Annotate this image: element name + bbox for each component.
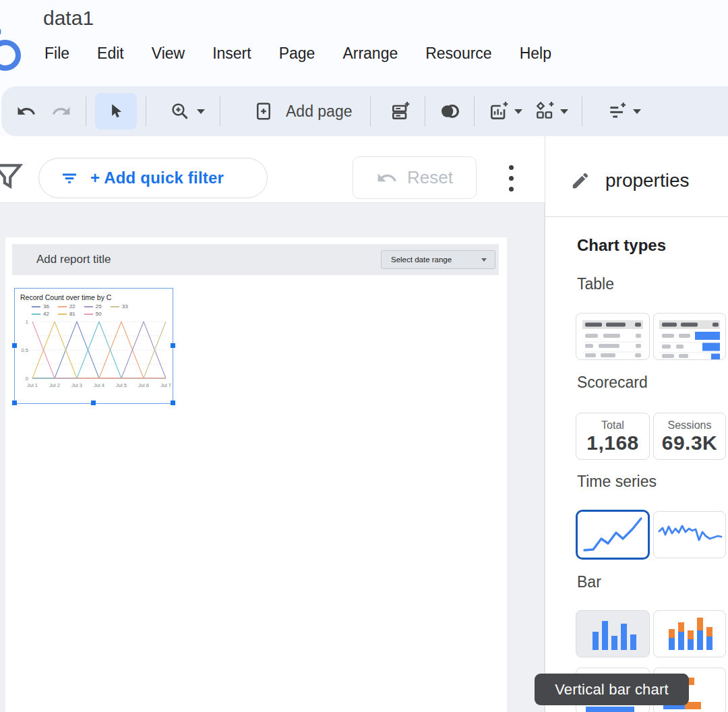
menu-edit[interactable]: Edit (97, 44, 124, 63)
menu-view[interactable]: View (152, 44, 185, 63)
selection-handle-bottom-right[interactable] (171, 400, 175, 405)
kebab-dot (509, 187, 514, 191)
legend-item: 81 (58, 311, 75, 317)
legend-label: 42 (43, 311, 49, 317)
section-label-table: Table (577, 275, 614, 293)
selection-handle-right[interactable] (171, 343, 175, 348)
add-page-button[interactable] (248, 94, 279, 129)
menu-arrange[interactable]: Arrange (342, 44, 398, 63)
menu-insert[interactable]: Insert (212, 44, 251, 63)
mini-chart-plot: 10.50Jul 1Jul 2Jul 3Jul 4Jul 5Jul 6Jul 7 (16, 318, 171, 398)
add-control-button[interactable] (529, 94, 560, 129)
add-control-dropdown-caret[interactable] (560, 109, 568, 114)
chart-type-vertical-bar[interactable] (576, 610, 650, 657)
menu-file[interactable]: File (44, 44, 69, 63)
svg-text:Jul 3: Jul 3 (71, 382, 82, 388)
menu-page[interactable]: Page (279, 44, 315, 63)
menu-help[interactable]: Help (520, 44, 551, 63)
mini-chart-title: Record Count over time by C (20, 293, 173, 301)
chart-type-scorecard-total[interactable]: Total 1,168 (576, 413, 650, 460)
legend-label: 22 (69, 303, 75, 309)
legend-label: 33 (122, 303, 128, 309)
table-with-bars-icon (654, 314, 725, 359)
svg-text:Jul 4: Jul 4 (94, 382, 104, 388)
add-data-icon (390, 100, 411, 122)
selection-handle-bottom-center[interactable] (91, 400, 96, 405)
select-tool-button[interactable] (95, 93, 137, 129)
report-title-placeholder[interactable]: Add report title (36, 253, 111, 266)
selection-handle-left[interactable] (12, 343, 17, 348)
zoom-dropdown-caret[interactable] (197, 109, 205, 114)
quick-filter-bar: + Add quick filter Reset (0, 136, 545, 203)
chart-type-table-with-bars[interactable] (653, 313, 726, 360)
svg-text:Jul 1: Jul 1 (27, 382, 38, 388)
toolbar-separator (425, 96, 425, 126)
legend-item: 50 (84, 311, 102, 317)
legend-item: 22 (58, 303, 75, 309)
add-page-icon (253, 101, 274, 121)
chart-type-table-plain[interactable] (576, 313, 650, 360)
blend-data-button[interactable] (434, 94, 465, 129)
table-plain-icon (576, 314, 649, 359)
looker-studio-logo (0, 23, 35, 77)
quick-filter-icon (59, 168, 80, 188)
legend-dash (32, 306, 40, 307)
legend-dash (58, 306, 67, 307)
pencil-icon (570, 171, 590, 191)
svg-text:Jul 6: Jul 6 (138, 382, 149, 388)
legend-dash (111, 306, 119, 307)
vertical-bar-chart-tooltip: Vertical bar chart (535, 674, 689, 705)
undo-button[interactable] (11, 94, 42, 129)
reset-button[interactable]: Reset (353, 156, 477, 199)
selection-handle-bottom-left[interactable] (12, 400, 17, 405)
legend-item: 42 (32, 311, 49, 317)
zoom-tool-button[interactable] (164, 94, 195, 129)
chart-type-time-series-line[interactable] (576, 510, 650, 560)
scorecard-value: 1,168 (576, 432, 649, 454)
add-filter-button[interactable] (602, 94, 633, 129)
report-name[interactable]: data1 (43, 7, 94, 30)
toolbar: Add page (1, 86, 728, 136)
kebab-dot (509, 176, 514, 181)
redo-button[interactable] (46, 94, 77, 129)
legend-row: 36222533 (32, 303, 173, 310)
blend-data-icon (439, 100, 460, 122)
add-quick-filter-label: + Add quick filter (90, 169, 224, 187)
properties-panel-header: properties (545, 145, 728, 217)
menu-resource[interactable]: Resource (425, 44, 491, 63)
time-series-sparkline-icon (654, 512, 725, 558)
legend-dash (58, 314, 67, 315)
redo-icon (51, 101, 71, 121)
svg-text:Jul 2: Jul 2 (49, 382, 60, 388)
vertical-bar-icon (576, 611, 649, 657)
chart-type-time-series-sparkline[interactable] (653, 511, 726, 558)
legend-item: 25 (84, 303, 102, 309)
undo-icon (16, 101, 36, 121)
scorecard-label: Total (576, 419, 649, 432)
report-page[interactable]: Add report title Select date range Recor… (5, 237, 507, 712)
add-page-label[interactable]: Add page (286, 102, 352, 121)
report-header-bar: Add report title Select date range (12, 244, 499, 275)
chart-type-scorecard-sessions[interactable]: Sessions 69.3K (653, 413, 726, 460)
svg-text:1: 1 (26, 319, 28, 325)
add-quick-filter-button[interactable]: + Add quick filter (38, 158, 268, 198)
filter-funnel-icon (0, 158, 24, 196)
scorecard-value: 69.3K (654, 432, 725, 454)
toolbar-separator (146, 96, 146, 126)
add-filter-dropdown-caret[interactable] (633, 109, 641, 114)
more-options-menu[interactable] (504, 160, 518, 196)
report-canvas[interactable]: Add report title Select date range Recor… (0, 203, 545, 712)
date-range-control[interactable]: Select date range (381, 250, 495, 269)
legend-label: 36 (43, 303, 49, 309)
properties-title: properties (605, 170, 690, 191)
time-series-chart-element[interactable]: Record Count over time by C 362225334281… (15, 289, 173, 403)
date-range-label: Select date range (391, 256, 452, 264)
date-range-caret-icon (481, 258, 487, 262)
add-data-button[interactable] (385, 94, 416, 129)
legend-label: 25 (96, 303, 102, 309)
add-chart-dropdown-caret[interactable] (514, 109, 522, 114)
cursor-icon (107, 102, 125, 121)
add-chart-button[interactable] (483, 94, 514, 129)
legend-item: 33 (111, 303, 128, 309)
chart-type-stacked-vertical-bar[interactable] (653, 610, 726, 657)
